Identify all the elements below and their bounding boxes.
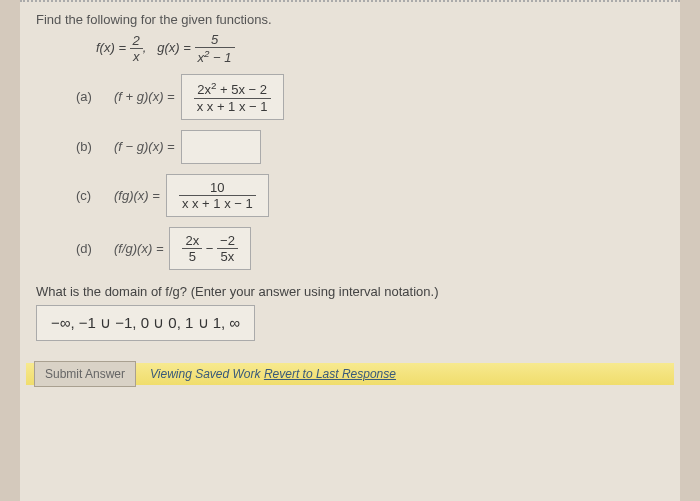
part-a-expr: (f + g)(x) = bbox=[114, 89, 175, 104]
g-denominator: x2 − 1 bbox=[195, 48, 235, 64]
a-num-post: + 5x − 2 bbox=[216, 83, 267, 98]
sep: , bbox=[143, 40, 147, 55]
part-d-expr: (f/g)(x) = bbox=[114, 241, 163, 256]
part-a-fraction: 2x2 + 5x − 2 x x + 1 x − 1 bbox=[194, 81, 271, 112]
revert-link[interactable]: Revert to Last Response bbox=[264, 367, 396, 381]
g-fraction: 5 x2 − 1 bbox=[195, 33, 235, 64]
g-numerator: 5 bbox=[195, 33, 235, 48]
part-c-answer[interactable]: 10 x x + 1 x − 1 bbox=[166, 174, 269, 217]
viewing-label: Viewing Saved Work bbox=[150, 367, 264, 381]
part-c-num: 10 bbox=[179, 181, 256, 196]
part-a-den: x x + 1 x − 1 bbox=[194, 99, 271, 113]
part-d-answer[interactable]: 2x 5 − −2 5x bbox=[169, 227, 250, 270]
f-denominator: x bbox=[130, 49, 143, 63]
domain-answer[interactable]: −∞, −1 ∪ −1, 0 ∪ 0, 1 ∪ 1, ∞ bbox=[36, 305, 255, 341]
f-numerator: 2 bbox=[130, 34, 143, 49]
problem-prompt: Find the following for the given functio… bbox=[36, 12, 664, 27]
domain-question: What is the domain of f/g? (Enter your a… bbox=[36, 284, 664, 299]
part-b-answer[interactable] bbox=[181, 130, 261, 164]
d-t2-num: −2 bbox=[217, 234, 238, 249]
a-num-pre: 2x bbox=[197, 83, 211, 98]
part-a-num: 2x2 + 5x − 2 bbox=[194, 81, 271, 98]
part-c-label: (c) bbox=[76, 188, 104, 203]
part-c: (c) (fg)(x) = 10 x x + 1 x − 1 bbox=[76, 174, 664, 217]
part-a-answer[interactable]: 2x2 + 5x − 2 x x + 1 x − 1 bbox=[181, 74, 284, 119]
d-minus: − bbox=[206, 241, 214, 256]
part-a: (a) (f + g)(x) = 2x2 + 5x − 2 x x + 1 x … bbox=[76, 74, 664, 119]
d-t1-den: 5 bbox=[182, 249, 202, 263]
part-c-fraction: 10 x x + 1 x − 1 bbox=[179, 181, 256, 210]
part-b: (b) (f − g)(x) = bbox=[76, 130, 664, 164]
function-definitions: f(x) = 2 x , g(x) = 5 x2 − 1 bbox=[96, 33, 664, 64]
part-d: (d) (f/g)(x) = 2x 5 − −2 5x bbox=[76, 227, 664, 270]
footer: Submit Answer Viewing Saved Work Revert … bbox=[36, 359, 664, 389]
g-den-rest: − 1 bbox=[209, 50, 231, 65]
saved-work-text: Viewing Saved Work Revert to Last Respon… bbox=[150, 367, 396, 381]
part-c-expr: (fg)(x) = bbox=[114, 188, 160, 203]
part-b-expr: (f − g)(x) = bbox=[114, 139, 175, 154]
f-fraction: 2 x bbox=[130, 34, 143, 63]
part-c-den: x x + 1 x − 1 bbox=[179, 196, 256, 210]
d-term1: 2x 5 bbox=[182, 234, 202, 263]
d-term2: −2 5x bbox=[217, 234, 238, 263]
f-lhs: f(x) = bbox=[96, 40, 126, 55]
submit-answer-button[interactable]: Submit Answer bbox=[34, 361, 136, 387]
g-lhs: g(x) = bbox=[157, 40, 191, 55]
part-a-label: (a) bbox=[76, 89, 104, 104]
d-t2-den: 5x bbox=[217, 249, 238, 263]
part-b-label: (b) bbox=[76, 139, 104, 154]
d-t1-num: 2x bbox=[182, 234, 202, 249]
part-d-label: (d) bbox=[76, 241, 104, 256]
